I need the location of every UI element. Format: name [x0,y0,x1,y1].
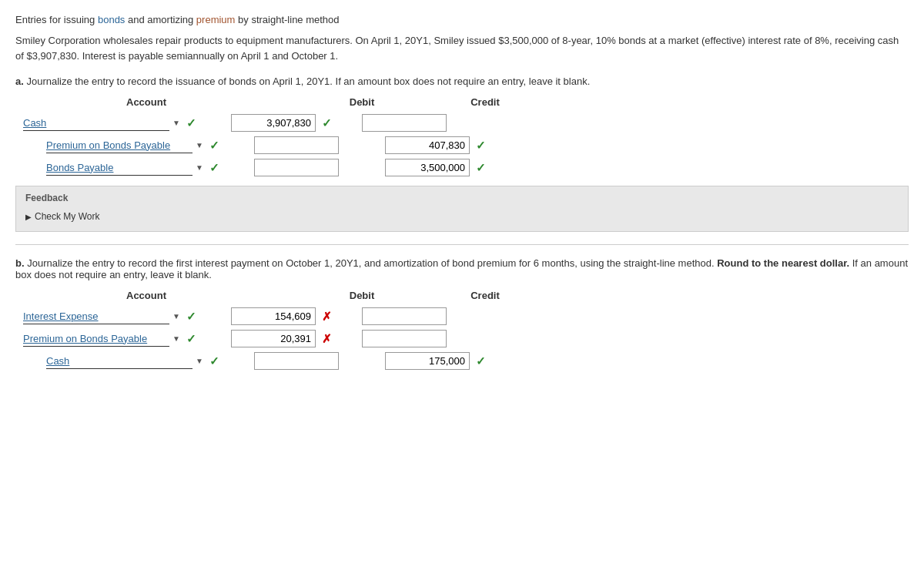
intro-text-after: by straight-line method [235,14,339,25]
debit-input-b2[interactable] [231,330,316,347]
credit-input-a2[interactable] [385,136,470,154]
account-select-wrap-b1: Interest Expense ▼ ✓ [23,309,200,324]
debit-check-b1: ✗ [322,310,332,324]
chevron-down-icon-a3[interactable]: ▼ [196,163,203,172]
credit-check-a3: ✓ [476,161,486,175]
debit-area-b1: ✗ [231,307,354,325]
debit-area-a3 [254,159,377,176]
credit-input-a3[interactable] [385,159,470,176]
account-select-a3[interactable]: Bonds Payable [46,160,192,176]
premium-word: premium [196,14,236,25]
chevron-down-icon-b3[interactable]: ▼ [196,357,203,365]
play-icon-a: ▶ [25,213,32,221]
account-select-wrap-a3: Bonds Payable ▼ ✓ [46,160,223,176]
debit-check-b2: ✗ [322,332,332,346]
credit-check-a2: ✓ [476,139,486,153]
table-row: Interest Expense ▼ ✓ ✗ [15,307,909,325]
part-a-header: Account Debit Credit [15,96,909,108]
account-select-wrap-b3: Cash ▼ ✓ [46,354,223,369]
feedback-label-a: Feedback [25,193,899,203]
part-a-block: a. Journalize the entry to record the is… [15,76,909,232]
debit-area-b3 [254,352,377,370]
table-row: Premium on Bonds Payable ▼ ✓ ✗ [15,330,909,347]
credit-check-b3: ✓ [476,354,486,368]
check-my-work-label-a: Check My Work [35,211,99,222]
chevron-down-icon-a1[interactable]: ▼ [172,119,180,127]
account-check-b3: ✓ [209,354,219,368]
credit-area-b3: ✓ [385,352,493,370]
account-check-a2: ✓ [209,139,219,153]
credit-input-a1[interactable] [362,114,447,132]
debit-area-a2 [254,136,377,154]
debit-input-a1[interactable] [231,114,316,132]
account-check-b2: ✓ [186,332,196,346]
header-account-b: Account [23,290,270,301]
feedback-section-a: Feedback ▶ Check My Work [15,186,909,232]
chevron-down-icon-b1[interactable]: ▼ [172,312,180,321]
intro-text-mid: and amortizing [125,14,196,25]
table-row: Cash ▼ ✓ ✓ [15,352,909,370]
credit-input-b2[interactable] [362,330,447,347]
intro-text-before: Entries for issuing [15,14,98,25]
table-row: Cash ▼ ✓ ✓ [15,114,909,132]
intro-line: Entries for issuing bonds and amortizing… [15,14,909,25]
credit-area-a2: ✓ [385,136,493,154]
debit-area-a1: ✓ [231,114,354,132]
credit-input-b3[interactable] [385,352,470,370]
part-a-label: a. Journalize the entry to record the is… [15,76,909,87]
account-select-wrap-b2: Premium on Bonds Payable ▼ ✓ [23,331,200,347]
credit-area-b1 [362,307,470,325]
table-row: Premium on Bonds Payable ▼ ✓ ✓ [15,136,909,154]
part-b-block: b. Journalize the entry to record the fi… [15,257,909,370]
header-debit-a: Debit [300,96,424,108]
account-check-a1: ✓ [186,116,196,130]
debit-input-a2[interactable] [254,136,339,154]
account-select-b3[interactable]: Cash [46,354,192,369]
check-my-work-button-a[interactable]: ▶ Check My Work [25,208,899,228]
chevron-down-icon-a2[interactable]: ▼ [196,141,203,149]
table-row: Bonds Payable ▼ ✓ ✓ [15,159,909,176]
credit-area-a3: ✓ [385,159,493,176]
header-account-a: Account [23,96,270,108]
chevron-down-icon-b2[interactable]: ▼ [172,334,180,343]
account-select-wrap-a1: Cash ▼ ✓ [23,116,200,131]
account-check-a3: ✓ [209,161,219,175]
header-credit-b: Credit [431,290,539,301]
debit-area-b2: ✗ [231,330,354,347]
account-select-a1[interactable]: Cash [23,116,169,131]
description-text: Smiley Corporation wholesales repair pro… [15,33,909,63]
credit-area-b2 [362,330,470,347]
debit-input-b3[interactable] [254,352,339,370]
account-select-b1[interactable]: Interest Expense [23,309,169,324]
credit-area-a1 [362,114,470,132]
part-b-header: Account Debit Credit [15,290,909,301]
bonds-word: bonds [98,14,125,25]
debit-check-a1: ✓ [322,116,332,130]
credit-input-b1[interactable] [362,307,447,325]
account-select-wrap-a2: Premium on Bonds Payable ▼ ✓ [46,138,223,153]
part-b-label: b. Journalize the entry to record the fi… [15,257,909,280]
header-debit-b: Debit [300,290,424,301]
debit-input-b1[interactable] [231,307,316,325]
section-divider [15,244,909,245]
account-select-a2[interactable]: Premium on Bonds Payable [46,138,192,153]
account-check-b1: ✓ [186,310,196,324]
account-select-b2[interactable]: Premium on Bonds Payable [23,331,169,347]
debit-input-a3[interactable] [254,159,339,176]
header-credit-a: Credit [431,96,539,108]
